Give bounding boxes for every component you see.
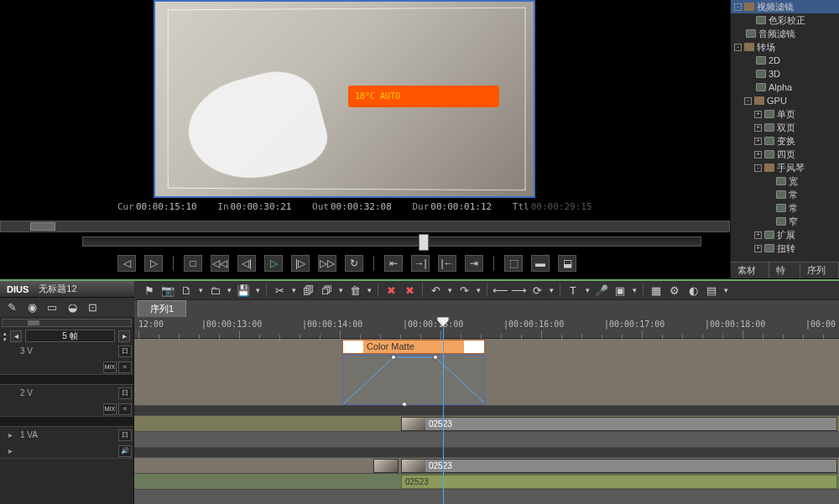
tc-in[interactable]: 00:00:30:21 [231,201,292,212]
toolbar-button[interactable]: ▾ [446,283,454,298]
tool-4[interactable]: ◒ [64,300,81,315]
insert-button[interactable]: ⬚ [504,255,523,272]
replace-button[interactable]: ⬓ [558,255,576,272]
clip-02523-va-v[interactable]: 02523 [401,459,837,473]
step-back-button[interactable]: ◁| [237,255,256,272]
prev-edit-button[interactable]: ⇤ [384,255,403,272]
tab-effects[interactable]: 特效 [769,262,800,278]
toolbar-button[interactable]: 📷 [159,283,176,298]
effects-tree-item[interactable]: +扭转 [731,242,839,255]
toolbar-button[interactable]: ▾ [253,283,262,298]
track-head-1va[interactable]: ▸ 1 VA 日 ▸ 🔊 [0,427,133,459]
tree-toggle-icon[interactable]: - [734,44,742,51]
toolbar-button[interactable]: ⚑ [141,283,158,298]
play-button[interactable]: ▷ [264,255,283,272]
mini-scrollbar[interactable] [0,221,730,232]
track-2v[interactable]: 02523 [134,416,839,432]
track-1va-audio[interactable]: 02523 [134,474,839,490]
mark-in-button[interactable]: ◁ [117,255,136,272]
effects-tree-item[interactable]: 3D [731,67,839,81]
tool-5[interactable]: ⊡ [84,300,101,315]
tab-markers[interactable]: 序列标 [800,262,839,278]
toolbar-button[interactable]: ✖ [383,283,399,298]
effects-tree-item[interactable]: -手风琴 [731,161,839,174]
time-ruler[interactable]: 12:00|00:00:13:00|00:00:14:00|00:00:15:0… [134,317,839,339]
track-head-3v[interactable]: 3 V 日 MIX≈ [0,343,133,375]
tc-cur[interactable]: 00:00:15:10 [136,201,197,212]
preview-monitor[interactable]: 18°C AUTO [154,0,535,198]
sequence-tab-1[interactable]: 序列1 [138,300,186,317]
playhead[interactable] [443,317,444,504]
tree-toggle-icon[interactable]: + [754,111,762,118]
zoom-next-button[interactable]: ▸ [118,330,130,342]
track-2v-mix[interactable] [134,432,839,448]
effects-tree-item[interactable]: -转场 [731,40,839,54]
next-edit-button[interactable]: ⇥ [465,255,483,272]
track-head-2v[interactable]: 2 V 日 MIX≈ [0,385,133,417]
toolbar-button[interactable]: ▾ [365,283,373,298]
goto-out-button[interactable]: |← [438,255,456,272]
zoom-down-icon[interactable]: ▾ [3,336,7,342]
zoom-up-icon[interactable]: ▴ [3,330,7,336]
toolbar-button[interactable]: ▾ [225,283,233,298]
effects-tree-item[interactable]: +双页 [731,121,839,134]
effects-tree-item[interactable]: Alpha [731,81,839,94]
tc-dur[interactable]: 00:00:01:12 [430,201,492,212]
clip-handle-right[interactable] [464,340,484,353]
rewind-button[interactable]: ◁◁ [211,255,229,272]
tree-toggle-icon[interactable]: + [754,245,762,252]
effects-tree-item[interactable]: +单页 [731,107,839,121]
effects-tree-item[interactable]: -视频滤镜 [731,0,839,13]
toolbar-button[interactable]: ▾ [583,283,591,298]
keyframe-area[interactable] [342,355,485,405]
toolbar-button[interactable]: ▾ [336,283,345,298]
clip-handle-left[interactable] [343,340,363,353]
tree-toggle-icon[interactable]: - [754,164,762,172]
toolbar-button[interactable]: T [565,283,581,298]
toolbar-button[interactable]: ◐ [685,283,701,298]
toolbar-button[interactable]: ✂ [271,283,288,298]
mini-scroll-thumb[interactable] [30,222,55,231]
toolbar-button[interactable]: ▾ [630,283,638,298]
clip-02523-va-a[interactable]: 02523 [401,475,837,489]
toolbar-button[interactable]: ⟵ [492,283,508,298]
toolbar-button[interactable]: 🗇 [318,283,335,298]
effects-tree-item[interactable]: -GPU [731,94,839,107]
clip-02523-v2[interactable]: 02523 [401,417,837,431]
clip-color-matte[interactable]: Color Matte [342,340,485,354]
loop-button[interactable]: ↻ [345,255,363,272]
seek-head[interactable] [419,234,429,251]
toolbar-button[interactable]: ▾ [474,283,482,298]
effects-tree-item[interactable]: 音频滤镜 [731,27,839,40]
tree-toggle-icon[interactable]: - [744,97,752,105]
toolbar-button[interactable]: ▾ [289,283,298,298]
goto-in-button[interactable]: →| [411,255,430,272]
toolbar-button[interactable]: ▾ [196,283,205,298]
tree-toggle-icon[interactable]: - [734,3,742,11]
tc-out[interactable]: 00:00:32:08 [331,201,392,212]
clip-thumb-prev[interactable] [373,459,399,473]
toolbar-button[interactable]: ▤ [703,283,720,298]
timeline[interactable]: 12:00|00:00:13:00|00:00:14:00|00:00:15:0… [134,317,839,504]
toolbar-button[interactable]: ⚙ [666,283,683,298]
stop-button[interactable]: □ [184,255,202,272]
toolbar-button[interactable]: 🗋 [178,283,195,298]
track-panel-scroll[interactable] [2,319,132,327]
tool-3[interactable]: ▭ [44,300,60,315]
effects-tree-item[interactable]: 色彩校正 [731,13,839,27]
toolbar-button[interactable]: 💾 [235,283,252,298]
zoom-prev-button[interactable]: ◂ [10,330,22,342]
toolbar-button[interactable]: 🗀 [206,283,223,298]
toolbar-button[interactable]: ⟶ [510,283,527,298]
patch-icon[interactable]: 日 [118,346,132,357]
toolbar-button[interactable]: 🗑 [347,283,363,298]
toolbar-button[interactable]: ↷ [456,283,472,298]
toolbar-button[interactable]: ▣ [612,283,628,298]
speaker-icon[interactable]: 🔊 [118,445,132,457]
track-3v[interactable]: Color Matte [134,339,839,406]
effects-tree-item[interactable]: 常 [731,201,839,215]
tab-bin[interactable]: 素材库 [731,262,769,278]
tree-toggle-icon[interactable]: + [754,124,762,132]
tree-toggle-icon[interactable]: + [754,138,762,145]
effects-tree-item[interactable]: +四页 [731,148,839,161]
